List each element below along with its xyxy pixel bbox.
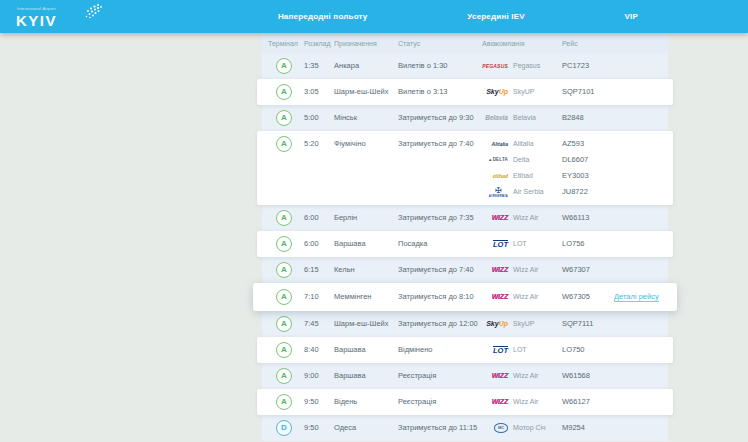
airline-name: Wizz Air (513, 210, 538, 226)
flight-numbers-cell: B2848 (562, 110, 614, 126)
airlines-cell: WIZZWizz Air (482, 368, 562, 384)
flight-status: Вилетів о 3:13 (398, 84, 482, 100)
airport-logo[interactable]: International Airport KYIV (16, 4, 88, 30)
flight-row[interactable]: A5:00МінськЗатримується до 9:30BelaviaBe… (262, 105, 668, 131)
terminal-badge: A (276, 316, 292, 332)
airline-row: etihadEtihad (482, 168, 562, 184)
flight-number: AZ593 (562, 136, 614, 152)
terminal-badge: A (276, 394, 292, 410)
flight-number: B2848 (562, 110, 614, 126)
flight-status: Вилетів о 1:30 (398, 58, 482, 74)
destination: Шарм-еш-Шейх (334, 84, 398, 100)
terminal-badge: A (276, 136, 292, 152)
etihad-logo-icon: etihad (493, 168, 508, 184)
terminal-cell: A (268, 84, 304, 100)
flight-row[interactable]: A5:20ФіумічіноЗатримується до 7:40Alital… (257, 131, 673, 205)
airlines-cell: WIZZWizz Air (482, 289, 562, 305)
destination: Анкара (334, 58, 398, 74)
flight-number: W67305 (562, 289, 614, 305)
flight-row[interactable]: A8:40ВаршаваВідміненоLOTLOTLO750 (257, 337, 673, 363)
flight-row[interactable]: A6:00БерлінЗатримується до 7:35WIZZWizz … (262, 205, 668, 231)
airline-name: Alitalia (513, 136, 534, 152)
flight-status: Реєстрація (398, 368, 482, 384)
flight-numbers-cell: M9254 (562, 420, 614, 436)
terminal-cell: A (268, 236, 304, 252)
col-header-destination: Призначення (334, 40, 398, 47)
wizz-logo-icon: WIZZ (492, 289, 508, 305)
airline-row: WIZZWizz Air (482, 210, 562, 226)
flight-details-link[interactable]: Деталі рейсу (614, 292, 659, 302)
airlines-cell: AlitaliaAlitalia▲DELTADeltaetihadEtihad✠… (482, 136, 562, 200)
airline-name: Pegasus (513, 58, 540, 74)
scheduled-time: 1:35 (304, 58, 334, 74)
airlines-cell: МСМотор Січ (482, 420, 562, 436)
terminal-badge: A (276, 342, 292, 358)
flight-row[interactable]: A9:50ВіденьРеєстраціяWIZZWizz AirW66127 (257, 389, 673, 415)
airlines-cell: WIZZWizz Air (482, 210, 562, 226)
nav-item-inside-iev[interactable]: Усередині IEV (467, 12, 524, 21)
destination: Варшава (334, 368, 398, 384)
flight-row[interactable]: A1:35АнкараВилетів о 1:30PEGASUSPegasusP… (262, 53, 668, 79)
logo-subtitle: International Airport (17, 7, 56, 11)
airline-name: LOT (513, 342, 527, 358)
flight-number: PC1723 (562, 58, 614, 74)
terminal-badge: A (276, 289, 292, 305)
flight-row[interactable]: A6:00ВаршаваПосадкаLOTLOTLO756 (257, 231, 673, 257)
airline-row: ▲DELTADelta (482, 152, 562, 168)
airline-name: Belavia (513, 110, 536, 126)
airline-row: WIZZWizz Air (482, 394, 562, 410)
airline-row: BelaviaBelavia (482, 110, 562, 126)
airline-name: Wizz Air (513, 368, 538, 384)
flight-row[interactable]: A6:15КельнЗатримується до 7:40WIZZWizz A… (262, 257, 668, 283)
airlines-cell: LOTLOT (482, 342, 562, 358)
airline-row: SkyUpSkyUP (482, 316, 562, 332)
flight-row[interactable]: A9:00ВаршаваРеєстраціяWIZZWizz AirW61568 (262, 363, 668, 389)
airline-name: Delta (513, 152, 529, 168)
scheduled-time: 6:15 (304, 262, 334, 278)
airline-name: SkyUP (513, 316, 534, 332)
airline-row: WIZZWizz Air (482, 368, 562, 384)
flight-number: LO750 (562, 342, 614, 358)
flight-row[interactable]: A3:05Шарм-еш-ШейхВилетів о 3:13SkyUpSkyU… (257, 79, 673, 105)
scheduled-time: 7:45 (304, 316, 334, 332)
airserbia-logo-icon: ✠AIRSERBIA (489, 187, 508, 198)
col-header-schedule: Розклад (304, 40, 334, 47)
terminal-badge: A (276, 368, 292, 384)
airlines-cell: PEGASUSPegasus (482, 58, 562, 74)
airline-row: WIZZWizz Air (482, 262, 562, 278)
terminal-badge: A (276, 84, 292, 100)
nav-item-pre-flight[interactable]: Напередодні польоту (278, 12, 368, 21)
terminal-cell: A (268, 58, 304, 74)
table-header-row: Термінал Розклад Призначення Статус Авіа… (262, 33, 668, 53)
airline-name: Wizz Air (513, 394, 538, 410)
lot-logo-icon: LOT (493, 346, 508, 355)
flight-number: W66127 (562, 394, 614, 410)
terminal-cell: A (268, 110, 304, 126)
flight-status: Затримується до 7:35 (398, 210, 482, 226)
flight-number: JU8722 (562, 184, 614, 200)
destination: Варшава (334, 342, 398, 358)
table-body: A1:35АнкараВилетів о 1:30PEGASUSPegasusP… (262, 53, 668, 441)
airline-row: PEGASUSPegasus (482, 58, 562, 74)
flight-row[interactable]: A7:10МеммінгенЗатримується до 8:10WIZZWi… (253, 283, 677, 311)
airline-name: Etihad (513, 168, 533, 184)
flight-status: Відмінено (398, 342, 482, 358)
flight-row[interactable]: A7:45Шарм-еш-ШейхЗатримується до 12:00Sk… (262, 311, 668, 337)
scheduled-time: 5:20 (304, 136, 334, 152)
nav-item-vip[interactable]: VIP (625, 12, 639, 21)
terminal-badge: A (276, 110, 292, 126)
flight-numbers-cell: LO750 (562, 342, 614, 358)
flight-number: LO756 (562, 236, 614, 252)
flight-status: Затримується до 9:30 (398, 110, 482, 126)
flight-numbers-cell: W66127 (562, 394, 614, 410)
flight-row[interactable]: D9:50ОдесаЗатримується до 11:15МСМотор С… (262, 415, 668, 441)
airline-row: LOTLOT (482, 342, 562, 358)
alitalia-logo-icon: Alitalia (492, 136, 508, 152)
airline-row: AlitaliaAlitalia (482, 136, 562, 152)
flight-status: Затримується до 11:15 (398, 420, 482, 436)
flight-numbers-cell: AZ593DL6607EY3003JU8722 (562, 136, 614, 200)
flight-status: Затримується до 7:40 (398, 262, 482, 278)
terminal-cell: A (268, 262, 304, 278)
destination: Мінськ (334, 110, 398, 126)
flight-numbers-cell: W61568 (562, 368, 614, 384)
